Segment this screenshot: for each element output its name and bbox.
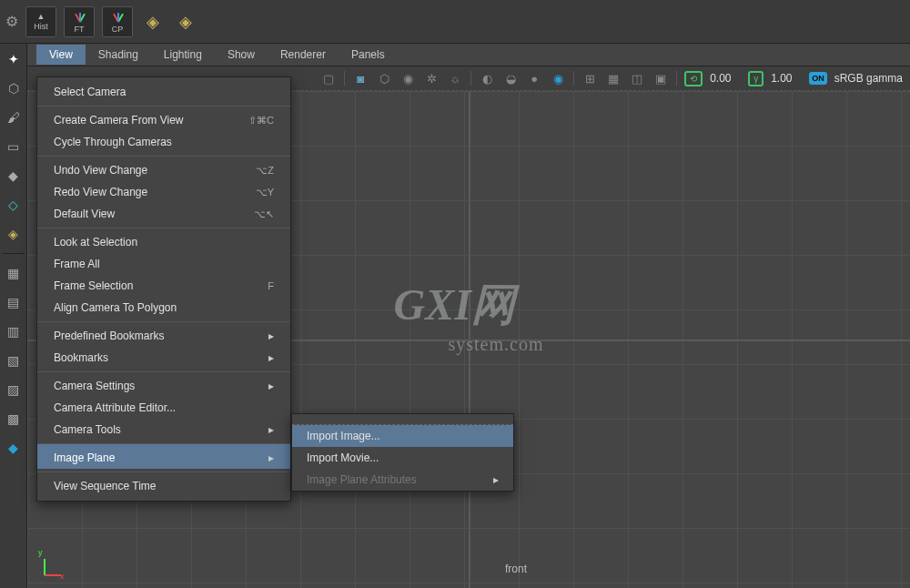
center-pivot-button[interactable]: CP [102, 6, 133, 37]
xray-icon[interactable]: ◐ [479, 70, 495, 86]
menu-view[interactable]: View [36, 45, 86, 65]
two-sided-icon[interactable]: ◒ [502, 70, 519, 86]
menu-renderer[interactable]: Renderer [268, 45, 339, 65]
submenu-import-image[interactable]: Import Image... [292, 425, 513, 447]
depth-icon[interactable]: ◉ [550, 70, 566, 86]
shading-cube-icon[interactable]: ◙ [352, 70, 369, 86]
camera-label: front [505, 563, 527, 575]
select-tool-icon[interactable]: ✦ [4, 49, 24, 69]
menu-view-sequence[interactable]: View Sequence Time [37, 471, 290, 497]
freeze-transform-button[interactable]: FT [64, 6, 95, 37]
curve-tool-icon[interactable]: ◈ [4, 224, 24, 244]
panel-menu-bar: View Shading Lighting Show Renderer Pane… [27, 44, 910, 66]
layout-quad-icon[interactable]: ▤ [4, 292, 24, 312]
menu-predefined-bookmarks[interactable]: Predefined Bookmarks▸ [37, 321, 290, 347]
rotate-tool-icon[interactable]: ◆ [4, 166, 24, 186]
home-icon[interactable]: ◆ [4, 438, 24, 458]
shelf-icon-5[interactable]: ◈ [173, 6, 198, 37]
aa-icon[interactable]: ● [526, 70, 542, 86]
menu-frame-selection[interactable]: Frame SelectionF [37, 275, 290, 297]
menu-look-at[interactable]: Look at Selection [37, 228, 290, 253]
menu-default-view[interactable]: Default View⌥↖ [37, 203, 290, 225]
light-icon[interactable]: ☼ [447, 70, 463, 86]
submenu-import-movie[interactable]: Import Movie... [292, 447, 513, 469]
view-dropdown-menu: Select Camera Create Camera From View⇧⌘C… [36, 76, 291, 502]
layout-two-icon[interactable]: ▥ [4, 321, 24, 341]
exposure-pill[interactable]: ⟲ [684, 71, 703, 86]
color-space-label[interactable]: sRGB gamma [834, 72, 903, 85]
menu-lighting[interactable]: Lighting [151, 45, 215, 65]
menu-cycle-cameras[interactable]: Cycle Through Cameras [37, 131, 290, 153]
gamma-pill[interactable]: γ [748, 71, 763, 86]
submenu-image-plane-attr[interactable]: Image Plane Attributes▸ [292, 469, 513, 491]
layout-persp-icon[interactable]: ▨ [4, 380, 24, 400]
lasso-tool-icon[interactable]: ⬡ [4, 78, 24, 98]
settings-icon[interactable]: ⚙ [5, 13, 18, 30]
left-toolbar: ✦ ⬡ 🖌 ▭ ◆ ◇ ◈ ▦ ▤ ▥ ▧ ▨ ▩ ◆ [0, 44, 27, 588]
exposure-value: 0.00 [710, 72, 741, 85]
wireframe-icon[interactable]: ⬡ [376, 70, 392, 86]
menu-show[interactable]: Show [215, 45, 268, 65]
color-mgmt-toggle[interactable]: ON [809, 72, 827, 85]
menu-redo-view[interactable]: Redo View Change⌥Y [37, 181, 290, 203]
top-shelf: ⚙ ▲Hist FT CP ◈ ◈ [0, 0, 910, 44]
layout-outliner-icon[interactable]: ▩ [4, 409, 24, 429]
history-button[interactable]: ▲Hist [25, 6, 56, 37]
menu-camera-settings[interactable]: Camera Settings▸ [37, 371, 290, 397]
menu-camera-attr-editor[interactable]: Camera Attribute Editor... [37, 397, 290, 419]
submenu-tearoff[interactable] [292, 414, 513, 425]
menu-shading[interactable]: Shading [86, 45, 151, 65]
film-gate-icon[interactable]: ◫ [629, 70, 645, 86]
isolate-icon[interactable]: ⊞ [581, 70, 598, 86]
layout-three-icon[interactable]: ▧ [4, 350, 24, 370]
shelf-icon-4[interactable]: ◈ [140, 6, 166, 37]
layout-single-icon[interactable]: ▦ [4, 263, 24, 283]
scale-tool-icon[interactable]: ◇ [4, 195, 24, 215]
menu-panels[interactable]: Panels [339, 45, 398, 65]
image-plane-submenu: Import Image... Import Movie... Image Pl… [291, 413, 514, 492]
menu-align-camera[interactable]: Align Camera To Polygon [37, 297, 290, 319]
menu-create-camera[interactable]: Create Camera From View⇧⌘C [37, 106, 290, 131]
menu-undo-view[interactable]: Undo View Change⌥Z [37, 156, 290, 181]
move-tool-icon[interactable]: ▭ [4, 137, 24, 157]
camera-select-icon[interactable]: ▢ [320, 70, 337, 86]
brush-tool-icon[interactable]: 🖌 [4, 107, 24, 127]
menu-frame-all[interactable]: Frame All [37, 253, 290, 275]
menu-image-plane[interactable]: Image Plane▸ [37, 443, 290, 469]
safe-area-icon[interactable]: ▣ [652, 70, 669, 86]
menu-select-camera[interactable]: Select Camera [37, 81, 290, 103]
view-axis-indicator: xy [35, 550, 66, 581]
textured-icon[interactable]: ◉ [399, 70, 416, 86]
menu-camera-tools[interactable]: Camera Tools▸ [37, 419, 290, 441]
grid-toggle-icon[interactable]: ▦ [605, 70, 622, 86]
menu-bookmarks[interactable]: Bookmarks▸ [37, 347, 290, 369]
gamma-value: 1.00 [771, 72, 802, 85]
shaded-icon[interactable]: ✲ [423, 70, 440, 86]
